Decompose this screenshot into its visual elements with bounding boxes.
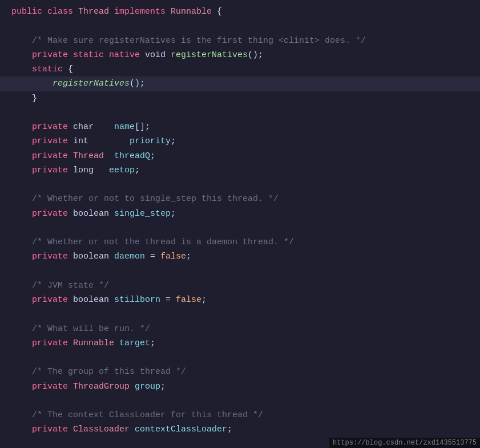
code-line: /* The group of this thread */ <box>0 365 480 379</box>
code-line: public class Thread implements Runnable … <box>0 5 480 19</box>
code-line: private boolean single_step; <box>0 207 480 221</box>
code-line: private boolean daemon = false; <box>0 249 480 264</box>
code-line <box>0 19 480 33</box>
code-line: private Runnable target; <box>0 336 480 350</box>
code-line: private Thread threadQ; <box>0 149 480 163</box>
code-line: static { <box>0 62 480 76</box>
code-line <box>0 177 480 192</box>
code-line: private static native void registerNativ… <box>0 48 480 62</box>
code-line: registerNatives(); <box>0 76 480 91</box>
code-line <box>0 264 480 279</box>
code-line: /* Whether or not to single_step this th… <box>0 192 480 206</box>
code-line: private ClassLoader contextClassLoader; <box>0 422 480 437</box>
code-line: private char name[]; <box>0 120 480 134</box>
code-block: public class Thread implements Runnable … <box>0 5 480 448</box>
code-line: /* Whether or not the thread is a daemon… <box>0 235 480 249</box>
code-line: } <box>0 91 480 106</box>
code-line: /* Make sure registerNatives is the firs… <box>0 34 480 48</box>
code-line: /* JVM state */ <box>0 279 480 293</box>
code-viewer: public class Thread implements Runnable … <box>0 0 480 448</box>
code-line: private boolean stillborn = false; <box>0 293 480 307</box>
code-line <box>0 350 480 365</box>
code-line <box>0 307 480 321</box>
code-line <box>0 394 480 408</box>
code-line: private int priority; <box>0 134 480 148</box>
code-line: /* The context ClassLoader for this thre… <box>0 408 480 422</box>
url-bar: https://blog.csdn.net/zxd1435513775 <box>329 438 480 448</box>
code-line: private ThreadGroup group; <box>0 380 480 394</box>
code-line: /* What will be run. */ <box>0 322 480 336</box>
code-line <box>0 106 480 120</box>
code-line <box>0 221 480 235</box>
code-line: private long eetop; <box>0 163 480 177</box>
